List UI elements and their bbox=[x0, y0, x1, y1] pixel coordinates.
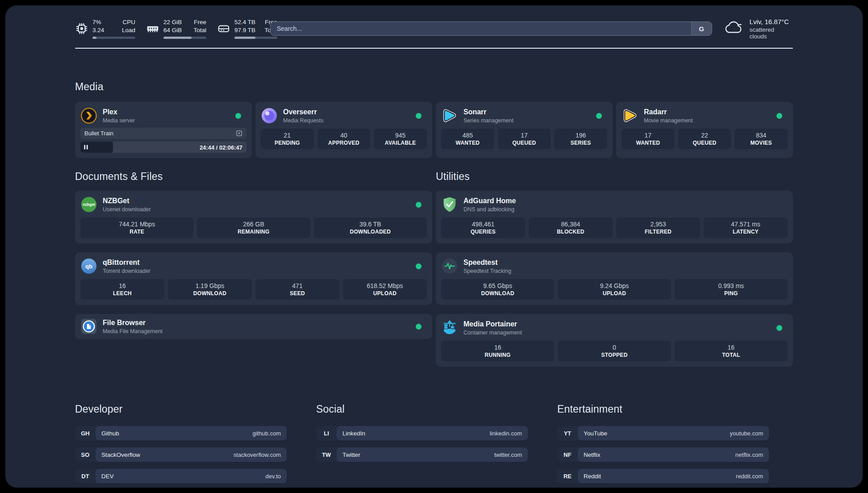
stat-tile: 47.571 msLATENCY bbox=[704, 217, 788, 238]
link-row-reddit[interactable]: RE Redditreddit.com bbox=[557, 469, 769, 483]
stat-label: MOVIES bbox=[750, 140, 772, 146]
status-dot-online bbox=[416, 113, 421, 119]
stat-tile: 266 GBREMAINING bbox=[197, 217, 310, 238]
stat-value: 39.6 TB bbox=[359, 221, 381, 228]
link-name: StackOverflow bbox=[101, 451, 140, 458]
app-card-speedtest[interactable]: Speedtest Speedtest Tracking 9.65 GbpsDO… bbox=[436, 252, 793, 305]
link-abbr: YT bbox=[557, 426, 578, 440]
app-card-adguard[interactable]: AdGuard Home DNS and adblocking 498,461Q… bbox=[436, 191, 793, 243]
social-links-section: Social LI LinkedInlinkedin.com TW Twitte… bbox=[316, 403, 528, 488]
link-row-linkedin[interactable]: LI LinkedInlinkedin.com bbox=[316, 426, 528, 440]
weather-widget[interactable]: Lviv, 16.87°C scattered clouds bbox=[724, 18, 793, 40]
link-row-stackoverflow[interactable]: SO StackOverflowstackoverflow.com bbox=[75, 447, 287, 462]
app-card-qbittorrent[interactable]: qb qBittorrent Torrent downloader 16LEEC… bbox=[75, 252, 432, 305]
app-description: Container management bbox=[463, 330, 522, 336]
storage-progress-bar bbox=[234, 37, 277, 39]
stat-tile: 39.6 TBDOWNLOADED bbox=[314, 217, 427, 238]
stat-value: 834 bbox=[756, 132, 766, 139]
search-bar: G bbox=[270, 21, 712, 36]
cpu-stat-body: 7%3.24 CPULoad bbox=[92, 18, 135, 39]
link-url: github.com bbox=[252, 430, 281, 437]
memory-free-label: Free bbox=[193, 18, 206, 26]
ram-icon bbox=[146, 22, 159, 35]
memory-stat: 22 GiB64 GiB FreeTotal bbox=[146, 18, 206, 39]
link-url: reddit.com bbox=[736, 473, 763, 480]
app-card-radarr[interactable]: Radarr Movie management 17WANTED 22QUEUE… bbox=[616, 102, 793, 158]
app-card-overseerr[interactable]: Overseerr Media Requests 21PENDING 40APP… bbox=[255, 102, 432, 158]
stat-label: DOWNLOAD bbox=[481, 290, 514, 297]
disk-icon bbox=[217, 22, 230, 35]
stat-label: LEECH bbox=[113, 290, 132, 297]
stat-value: 86,384 bbox=[561, 221, 580, 228]
stat-tile: 834MOVIES bbox=[734, 129, 788, 149]
app-description: Torrent downloader bbox=[103, 268, 150, 274]
developer-links-section: Developer GH Githubgithub.com SO StackOv… bbox=[75, 403, 287, 488]
stat-tile: 40APPROVED bbox=[317, 129, 371, 149]
stat-tile: 17WANTED bbox=[622, 129, 675, 149]
stat-label: WANTED bbox=[455, 140, 480, 146]
link-name: Twitter bbox=[342, 451, 360, 458]
app-name: NZBGet bbox=[103, 197, 151, 205]
app-card-filebrowser[interactable]: File Browser Media File Management bbox=[75, 314, 432, 339]
app-card-sonarr[interactable]: Sonarr Series management 485WANTED 17QUE… bbox=[436, 102, 613, 158]
player-time: 24:44 / 02:06:47 bbox=[200, 144, 242, 150]
stat-label: TOTAL bbox=[722, 352, 740, 358]
player-device-icon[interactable] bbox=[236, 130, 242, 137]
link-name: Netflix bbox=[584, 451, 601, 458]
app-card-nzbget[interactable]: nzbget NZBGet Usenet downloader 744.21 M… bbox=[75, 191, 432, 243]
cpu-load-value: 3.24 bbox=[92, 26, 104, 34]
stat-value: 21 bbox=[284, 132, 291, 139]
link-abbr: GH bbox=[75, 426, 96, 440]
stat-tile: 16RUNNING bbox=[441, 341, 554, 361]
utilities-section-title: Utilities bbox=[436, 171, 793, 183]
weather-location-temp: Lviv, 16.87°C bbox=[750, 18, 793, 25]
cloud-icon bbox=[724, 18, 744, 39]
memory-total-value: 64 GiB bbox=[163, 26, 182, 34]
link-row-netflix[interactable]: NF Netflixnetflix.com bbox=[557, 447, 769, 462]
nzbget-icon: nzbget bbox=[80, 196, 97, 213]
stat-tile: 22QUEUED bbox=[678, 129, 731, 149]
stat-label: SERIES bbox=[571, 140, 591, 146]
app-card-portainer[interactable]: Media Portainer Container management 16R… bbox=[436, 314, 793, 367]
stat-value: 16 bbox=[494, 344, 501, 351]
link-row-dev[interactable]: DT DEVdev.to bbox=[75, 469, 287, 483]
link-row-twitter[interactable]: TW Twittertwitter.com bbox=[316, 447, 528, 462]
stat-label: UPLOAD bbox=[603, 290, 626, 297]
status-dot-online bbox=[235, 113, 241, 119]
stat-label: BLOCKED bbox=[557, 229, 584, 235]
developer-section-title: Developer bbox=[75, 403, 287, 415]
speedtest-icon bbox=[441, 258, 458, 275]
stat-value: 945 bbox=[395, 132, 405, 139]
link-row-github[interactable]: GH Githubgithub.com bbox=[75, 426, 287, 440]
app-description: Series management bbox=[463, 117, 513, 124]
search-input[interactable] bbox=[271, 22, 691, 35]
stat-label: REMAINING bbox=[238, 229, 269, 235]
link-name: Reddit bbox=[584, 473, 601, 480]
memory-free-value: 22 GiB bbox=[163, 18, 182, 26]
stat-label: WANTED bbox=[636, 140, 660, 146]
link-row-youtube[interactable]: YT YouTubeyoutube.com bbox=[557, 426, 769, 440]
cpu-progress-fill bbox=[92, 37, 96, 39]
stat-tile: 471SEED bbox=[255, 279, 339, 300]
stat-label: QUEUED bbox=[693, 140, 716, 146]
link-url: youtube.com bbox=[730, 430, 763, 437]
stat-value: 9.65 Gbps bbox=[483, 282, 512, 289]
pause-icon[interactable] bbox=[83, 143, 88, 151]
app-name: Plex bbox=[103, 108, 135, 116]
status-dot-online bbox=[416, 263, 421, 269]
stat-value: 266 GB bbox=[243, 221, 264, 228]
app-description: Media Requests bbox=[283, 117, 323, 124]
app-name: qBittorrent bbox=[103, 259, 150, 267]
media-section-title: Media bbox=[75, 81, 793, 93]
search-engine-button[interactable]: G bbox=[691, 22, 712, 35]
app-card-plex[interactable]: Plex Media server Bullet Train bbox=[75, 102, 252, 158]
player-progress-bar[interactable]: 24:44 / 02:06:47 bbox=[80, 142, 246, 153]
memory-progress-fill bbox=[163, 37, 192, 39]
status-dot-online bbox=[596, 113, 602, 119]
stat-label: RUNNING bbox=[485, 352, 511, 358]
documents-section-title: Documents & Files bbox=[75, 171, 432, 183]
app-name: File Browser bbox=[103, 319, 163, 327]
dashboard-panel: 7%3.24 CPULoad 22 GiB64 GiB FreeTotal bbox=[5, 5, 863, 488]
link-abbr: SO bbox=[75, 447, 96, 462]
stat-tile: 945AVAILABLE bbox=[374, 129, 427, 149]
